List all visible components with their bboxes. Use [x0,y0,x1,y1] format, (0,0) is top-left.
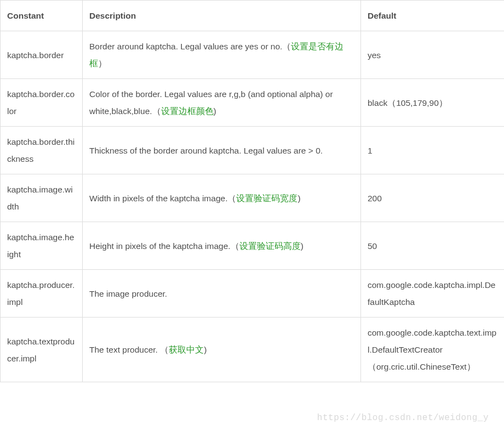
cell-description: The text producer. （获取中文) [83,318,361,382]
table-row: kaptcha.textproducer.implThe text produc… [1,318,505,382]
desc-note-suffix: ) [301,241,303,251]
desc-note: 获取中文 [169,345,204,354]
default-text: 200 [368,194,382,203]
desc-text: The image producer. [89,289,167,298]
desc-note-prefix: （ [152,106,161,116]
cell-description: Border around kaptcha. Legal values are … [83,31,361,79]
default-text: com.google.code.kaptcha.text.impl.Defaul… [368,328,496,354]
desc-note-prefix: （ [158,345,169,354]
desc-note: 设置验证码宽度 [236,194,297,203]
default-text: com.google.code.kaptcha.impl.DefaultKapt… [368,280,496,307]
cell-default: black（105,179,90） [361,79,505,127]
desc-note-suffix: ) [297,194,300,203]
cell-constant: kaptcha.textproducer.impl [1,318,83,382]
cell-default: com.google.code.kaptcha.text.impl.Defaul… [361,318,505,382]
desc-text: Height in pixels of the kaptcha image. [89,241,231,251]
desc-text: Thickness of the border around kaptcha. … [89,146,323,155]
cell-default: yes [361,31,505,79]
default-note: （105,179,90） [387,98,448,107]
desc-note-suffix: ） [98,59,107,68]
desc-text: Width in pixels of the kaptcha image. [89,194,227,203]
cell-constant: kaptcha.border.thickness [1,127,83,174]
desc-text: Border around kaptcha. Legal values are … [89,42,282,51]
table-header-row: Constant Description Default [1,1,505,31]
default-text: black [368,98,387,107]
cell-description: Color of the border. Legal values are r,… [83,79,361,127]
table-row: kaptcha.image.heightHeight in pixels of … [1,222,505,270]
config-table: Constant Description Default kaptcha.bor… [0,0,504,382]
table-row: kaptcha.border.thicknessThickness of the… [1,127,505,174]
desc-note: 设置边框颜色 [161,106,214,116]
desc-note-prefix: （ [227,194,236,203]
desc-note-suffix: ) [214,106,216,116]
col-header-default: Default [361,1,505,31]
cell-default: 50 [361,222,505,270]
default-note: （org.cric.util.ChineseText） [368,362,476,371]
cell-default: 1 [361,127,505,174]
table-row: kaptcha.border.colorColor of the border.… [1,79,505,127]
col-header-description: Description [83,1,361,31]
cell-constant: kaptcha.border [1,31,83,79]
cell-description: Height in pixels of the kaptcha image.（设… [83,222,361,270]
cell-constant: kaptcha.producer.impl [1,270,83,318]
default-text: 1 [368,146,373,155]
table-row: kaptcha.borderBorder around kaptcha. Leg… [1,31,505,79]
desc-note: 设置验证码高度 [239,241,301,251]
cell-default: com.google.code.kaptcha.impl.DefaultKapt… [361,270,505,318]
desc-note-suffix: ) [204,345,207,354]
cell-constant: kaptcha.border.color [1,79,83,127]
default-text: yes [368,50,381,60]
cell-default: 200 [361,174,505,222]
table-row: kaptcha.image.widthWidth in pixels of th… [1,174,505,222]
table-row: kaptcha.producer.implThe image producer.… [1,270,505,318]
cell-description: Thickness of the border around kaptcha. … [83,127,361,174]
cell-constant: kaptcha.image.height [1,222,83,270]
default-text: 50 [368,241,377,251]
cell-description: The image producer. [83,270,361,318]
cell-description: Width in pixels of the kaptcha image.（设置… [83,174,361,222]
desc-text: The text producer. [89,345,158,354]
desc-note-prefix: （ [231,241,239,251]
desc-note-prefix: （ [282,42,291,51]
col-header-constant: Constant [1,1,83,31]
cell-constant: kaptcha.image.width [1,174,83,222]
